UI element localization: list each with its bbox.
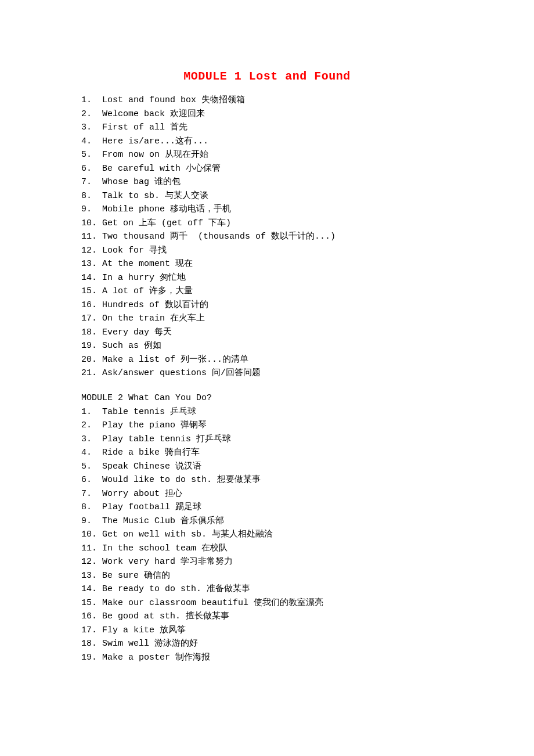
item-number: 7. [81, 175, 102, 189]
item-number: 17. [81, 312, 102, 326]
item-number: 15. [81, 285, 102, 298]
item-number: 1. [81, 93, 102, 107]
item-text: Ask/answer questions 问/回答问题 [102, 368, 261, 378]
item-text: A lot of 许多，大量 [102, 286, 193, 296]
list-item: 9. The Music Club 音乐俱乐部 [81, 514, 453, 528]
item-number: 21. [81, 366, 102, 380]
list-item: 14.In a hurry 匆忙地 [81, 271, 453, 285]
item-number: 15. [81, 596, 102, 610]
list-item: 17.Fly a kite 放风筝 [81, 624, 453, 638]
module2-heading: MODULE 2 What Can You Do? [81, 393, 453, 403]
list-item: 19.Such as 例如 [81, 339, 453, 353]
item-text: Worry about 担心 [102, 489, 182, 499]
item-number: 12. [81, 555, 102, 569]
page-title: MODULE 1 Lost and Found [81, 70, 453, 83]
list-item: 19.Make a poster 制作海报 [81, 651, 453, 665]
item-text: Work very hard 学习非常努力 [102, 557, 233, 567]
item-number: 6. [81, 473, 102, 487]
item-number: 10. [81, 528, 102, 542]
item-text: Be good at sth. 擅长做某事 [102, 611, 229, 621]
item-number: 5. [81, 460, 102, 474]
item-number: 14. [81, 271, 102, 285]
item-number: 5. [81, 148, 102, 162]
item-number: 18. [81, 637, 102, 651]
list-item: 6. Would like to do sth. 想要做某事 [81, 473, 453, 487]
item-text: Hundreds of 数以百计的 [102, 300, 208, 310]
list-item: 1. Lost and found box 失物招领箱 [81, 93, 453, 107]
list-item: 20.Make a list of 列一张...的清单 [81, 353, 453, 367]
list-item: 8. Talk to sb. 与某人交谈 [81, 189, 453, 203]
document-page: MODULE 1 Lost and Found 1. Lost and foun… [0, 0, 534, 664]
item-text: Every day 每天 [102, 327, 172, 337]
item-number: 1. [81, 405, 102, 419]
list-item: 9. Mobile phone 移动电话，手机 [81, 203, 453, 217]
item-number: 11. [81, 542, 102, 556]
item-number: 8. [81, 501, 102, 514]
item-text: Speak Chinese 说汉语 [102, 462, 201, 471]
item-number: 4. [81, 446, 102, 460]
item-number: 9. [81, 203, 102, 217]
item-text: Two thousand 两千 (thousands of 数以千计的...) [102, 232, 335, 242]
list-item: 12.Look for 寻找 [81, 244, 453, 258]
item-text: Be ready to do sth. 准备做某事 [102, 584, 250, 594]
item-number: 2. [81, 107, 102, 121]
item-number: 19. [81, 651, 102, 665]
item-text: In a hurry 匆忙地 [102, 273, 186, 283]
item-number: 19. [81, 339, 102, 353]
list-item: 2. Play the piano 弹钢琴 [81, 419, 453, 433]
item-number: 6. [81, 162, 102, 176]
list-item: 15.Make our classroom beautiful 使我们的教室漂亮 [81, 596, 453, 610]
list-item: 3. Play table tennis 打乒乓球 [81, 433, 453, 447]
list-item: 2. Welcome back 欢迎回来 [81, 107, 453, 121]
item-number: 4. [81, 135, 102, 149]
item-text: Make a list of 列一张...的清单 [102, 355, 248, 365]
list-item: 15.A lot of 许多，大量 [81, 285, 453, 298]
item-number: 11. [81, 230, 102, 244]
list-item: 11.In the school team 在校队 [81, 542, 453, 556]
item-text: Play football 踢足球 [102, 502, 201, 512]
item-text: Look for 寻找 [102, 246, 167, 255]
list-item: 18.Swim well 游泳游的好 [81, 637, 453, 651]
item-number: 18. [81, 326, 102, 340]
item-text: Table tennis 乒乓球 [102, 407, 196, 417]
item-text: On the train 在火车上 [102, 314, 205, 323]
list-item: 12.Work very hard 学习非常努力 [81, 555, 453, 569]
item-text: Mobile phone 移动电话，手机 [102, 204, 231, 214]
item-number: 10. [81, 217, 102, 231]
item-text: In the school team 在校队 [102, 543, 228, 553]
item-number: 20. [81, 353, 102, 367]
item-text: Get on 上车 (get off 下车) [102, 218, 231, 228]
item-text: Fly a kite 放风筝 [102, 625, 186, 635]
item-number: 13. [81, 257, 102, 271]
item-number: 16. [81, 610, 102, 624]
item-number: 17. [81, 624, 102, 638]
item-number: 3. [81, 433, 102, 447]
item-text: Ride a bike 骑自行车 [102, 448, 200, 458]
item-text: Welcome back 欢迎回来 [102, 109, 205, 119]
item-text: Here is/are...这有... [102, 136, 208, 146]
list-item: 6. Be careful with 小心保管 [81, 162, 453, 176]
item-text: From now on 从现在开始 [102, 150, 208, 160]
list-item: 10.Get on 上车 (get off 下车) [81, 217, 453, 231]
list-item: 7. Whose bag 谁的包 [81, 175, 453, 189]
item-text: First of all 首先 [102, 123, 187, 132]
module2-list: 1. Table tennis 乒乓球2. Play the piano 弹钢琴… [81, 405, 453, 665]
list-item: 5. From now on 从现在开始 [81, 148, 453, 162]
item-number: 8. [81, 189, 102, 203]
list-item: 1. Table tennis 乒乓球 [81, 405, 453, 419]
item-text: Play table tennis 打乒乓球 [102, 434, 231, 444]
list-item: 17.On the train 在火车上 [81, 312, 453, 326]
module1-list: 1. Lost and found box 失物招领箱2. Welcome ba… [81, 93, 453, 380]
item-text: Lost and found box 失物招领箱 [102, 95, 245, 105]
list-item: 14.Be ready to do sth. 准备做某事 [81, 582, 453, 596]
list-item: 21.Ask/answer questions 问/回答问题 [81, 366, 453, 380]
item-text: Whose bag 谁的包 [102, 177, 181, 187]
list-item: 16.Be good at sth. 擅长做某事 [81, 610, 453, 624]
list-item: 13.Be sure 确信的 [81, 569, 453, 583]
item-number: 16. [81, 298, 102, 312]
item-text: Make our classroom beautiful 使我们的教室漂亮 [102, 598, 323, 608]
list-item: 3. First of all 首先 [81, 121, 453, 135]
item-text: Be sure 确信的 [102, 571, 170, 581]
item-text: Make a poster 制作海报 [102, 653, 210, 663]
item-number: 13. [81, 569, 102, 583]
